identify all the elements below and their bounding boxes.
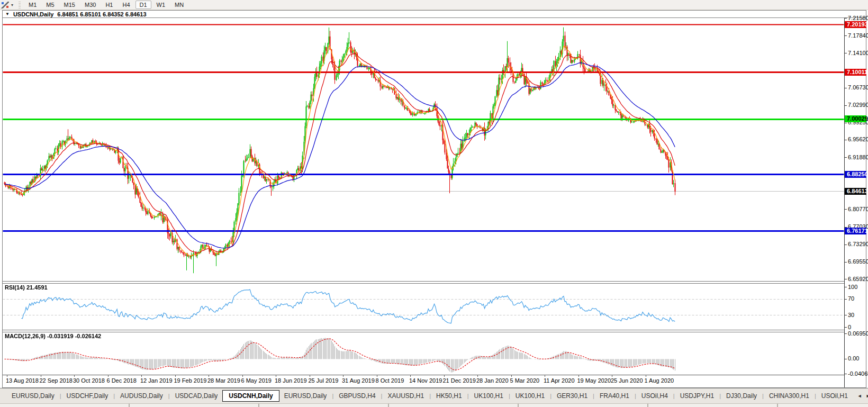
chart-tab-usdcnh-daily[interactable]: USDCNH,Daily	[222, 390, 279, 402]
chart-tab-usoil-h1[interactable]: USOil,H1	[817, 391, 853, 401]
date-tick-mark	[646, 375, 646, 377]
timeframe-mn[interactable]: MN	[170, 1, 188, 9]
price-tick-label: 6.91880	[848, 154, 868, 161]
rsi-chart-canvas[interactable]	[3, 284, 844, 330]
tabs-row: EURUSD,Daily|USDCHF,Daily|AUDUSD,Daily|U…	[7, 390, 853, 402]
date-label: 19 Feb 2019	[174, 377, 207, 384]
date-tick-mark	[242, 375, 243, 377]
price-chart-canvas[interactable]	[3, 18, 844, 281]
chart-symbol-label: USDCNH,Daily	[13, 11, 53, 17]
date-label: 30 Oct 2018	[73, 377, 105, 384]
chart-tab-usdjpy-h1[interactable]: USDJPY,H1	[675, 391, 719, 401]
timeframe-w1[interactable]: W1	[152, 1, 170, 9]
chart-tab-dj30-daily[interactable]: DJ30,Daily	[721, 391, 762, 401]
price-tick-mark	[845, 262, 847, 263]
price-tick-label: 6.95620	[848, 136, 868, 143]
chart-tab-xauusd-h1[interactable]: XAUUSD,H1	[383, 391, 429, 401]
timeframe-h1[interactable]: H1	[101, 1, 117, 9]
date-label: 25 Jun 2020	[611, 377, 643, 384]
rsi-tick-label: 100	[848, 284, 857, 291]
toolbar-grip	[19, 2, 21, 8]
date-tick-mark	[612, 375, 612, 377]
date-tick-mark	[175, 375, 176, 377]
price-level-label: 6.88250	[845, 171, 866, 178]
price-level-label: 6.76171	[845, 228, 866, 234]
price-level-label: 7.10011	[845, 69, 866, 76]
date-label: 5 Mar 2020	[510, 377, 540, 384]
chart-tab-eurusd-daily[interactable]: EURUSD,Daily	[7, 391, 59, 401]
chart-tab-audusd-daily[interactable]: AUDUSD,Daily	[115, 391, 168, 401]
price-tick-mark	[845, 88, 847, 88]
date-tick-mark	[377, 375, 377, 377]
timeframe-buttons: M1M5M15M30H1H4D1W1MN	[24, 1, 188, 9]
chart-quote-label: 6.84851 6.85101 6.84352 6.84613	[57, 11, 146, 17]
rsi-tick-label: 30	[848, 312, 854, 319]
macd-tick-mark	[845, 374, 847, 374]
chart-tab-eurusd-daily[interactable]: EURUSD,Daily	[279, 391, 332, 401]
rsi-tick-label: 70	[848, 295, 854, 302]
chart-tab-ger30-h1[interactable]: GER30,H1	[552, 391, 592, 401]
chart-tab-usdcad-daily[interactable]: USDCAD,Daily	[170, 391, 223, 401]
date-tick-mark	[545, 375, 545, 377]
timeframe-d1[interactable]: D1	[135, 1, 151, 9]
chart-tab-gbpusd-h4[interactable]: GBPUSD,H4	[334, 391, 380, 401]
macd-tick-mark	[845, 359, 847, 359]
timeframe-m15[interactable]: M15	[60, 1, 79, 9]
price-tick-mark	[845, 35, 847, 36]
rsi-tick-mark	[845, 299, 847, 300]
crosshair-tool-icon[interactable]	[1, 2, 9, 8]
date-label: 11 Apr 2020	[544, 377, 575, 384]
date-tick-mark	[108, 375, 108, 377]
date-tick-mark	[477, 375, 478, 377]
trading-platform-window: ▾ M1M5M15M30H1H4D1W1MN ▼ USDCNH,Daily 6.…	[0, 0, 868, 407]
dropdown-caret-icon[interactable]: ▾	[11, 3, 13, 7]
chart-window: ▼ USDCNH,Daily 6.84851 6.85101 6.84352 6…	[2, 10, 866, 388]
price-tick-mark	[845, 209, 847, 210]
timeframe-h4[interactable]: H4	[118, 1, 134, 9]
date-tick-mark	[74, 375, 75, 377]
symbol-dropdown-icon[interactable]: ▼	[5, 12, 10, 16]
timeframe-m5[interactable]: M5	[42, 1, 58, 9]
price-level-label: 7.20193	[845, 21, 866, 28]
chart-tab-uk100-h1[interactable]: UK100,H1	[511, 391, 549, 401]
price-tick-label: 7.21580	[848, 15, 868, 22]
date-label: 21 Dec 2019	[443, 377, 476, 384]
plot-column: RSI(14) 21.4591 MACD(12,26,9) -0.031919 …	[3, 18, 844, 387]
date-tick-mark	[444, 375, 445, 377]
chart-tab-usdchf-daily[interactable]: USDCHF,Daily	[62, 391, 113, 401]
chart-tab-hk50-h1[interactable]: HK50,H1	[431, 391, 467, 401]
price-tick-label: 6.65920	[848, 276, 868, 283]
price-tick-mark	[845, 105, 847, 106]
macd-chart-canvas[interactable]	[3, 332, 844, 375]
tab-scroll-left-button[interactable]: ◄	[857, 393, 862, 399]
date-tick-mark	[578, 375, 579, 377]
price-tick-mark	[845, 123, 847, 123]
tab-scroll-arrows: ◄ ►	[853, 393, 868, 399]
timeframe-m1[interactable]: M1	[24, 1, 41, 9]
macd-tick-label: -0.040655	[848, 370, 868, 377]
chart-tab-china300-h1[interactable]: CHINA300,H1	[764, 391, 814, 401]
date-tick-mark	[511, 375, 512, 377]
date-label: 28 Mar 2019	[207, 377, 240, 384]
price-tick-mark	[845, 279, 847, 279]
date-tick-mark	[310, 375, 310, 377]
price-tick-mark	[845, 18, 847, 19]
time-axis[interactable]: 13 Aug 201822 Sep 201830 Oct 20186 Dec 2…	[3, 375, 844, 387]
price-tick-label: 7.06730	[848, 84, 868, 91]
price-axis[interactable]: 7.215807.178407.141007.067307.029906.992…	[844, 18, 866, 387]
price-tick-label: 6.69550	[848, 258, 868, 265]
chart-tab-uk100-h1[interactable]: UK100,H1	[469, 391, 508, 401]
timeframe-m30[interactable]: M30	[80, 1, 100, 9]
chart-content: RSI(14) 21.4591 MACD(12,26,9) -0.031919 …	[3, 18, 866, 387]
price-level-label: 7.00029	[845, 115, 866, 122]
rsi-label: RSI(14) 21.4591	[5, 284, 48, 291]
macd-label: MACD(12,26,9) -0.031919 -0.026142	[5, 333, 101, 339]
price-tick-label: 6.73290	[848, 241, 868, 248]
price-tick-mark	[845, 140, 847, 140]
chart-tab-usoil-h4[interactable]: USOil,H4	[637, 391, 673, 401]
price-tick-label: 7.02990	[848, 102, 868, 108]
date-label: 1 Aug 2020	[645, 377, 674, 384]
chart-tab-fra40-h1[interactable]: FRA40,H1	[595, 391, 634, 401]
tab-scroll-right-button[interactable]: ►	[866, 393, 868, 399]
price-tick-mark	[845, 53, 847, 53]
